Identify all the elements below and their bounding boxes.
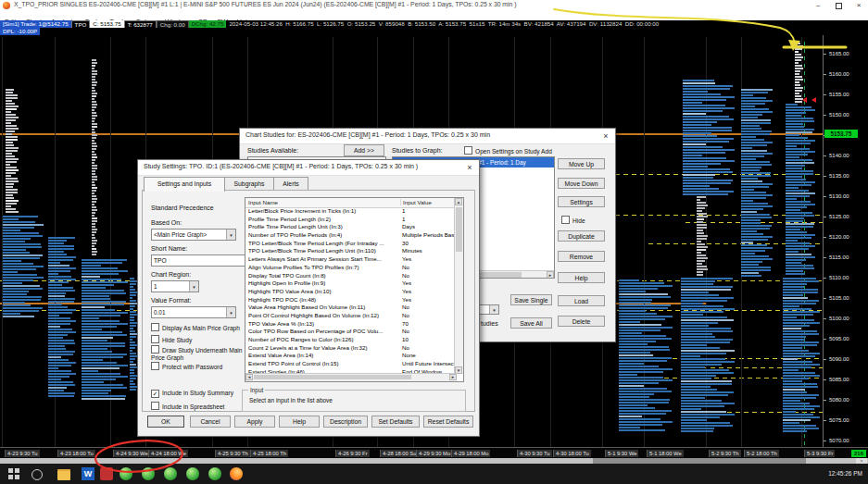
scroll-right-icon[interactable]: ► xyxy=(547,271,554,279)
input-row[interactable]: Number of TPO Profile Periods (In:4)Mult… xyxy=(245,231,455,240)
draw-underneath-checkbox[interactable]: Draw Study Underneath Main Price Graph xyxy=(151,345,255,362)
checkbox-box[interactable] xyxy=(151,402,159,410)
chevron-down-icon[interactable]: ▼ xyxy=(489,305,498,314)
input-row[interactable]: Extend TPO Point of Control (In:15)Until… xyxy=(245,360,455,368)
inputs-table[interactable]: Input Name Input Value Letter/Block Pric… xyxy=(245,197,464,382)
chart-studies-titlebar[interactable]: Chart Studies for: ES-202406-CME [CB][M]… xyxy=(240,129,615,144)
checkbox-box[interactable] xyxy=(151,345,159,354)
input-group-hint: Select an input in the list above xyxy=(249,397,333,403)
scroll-up-icon[interactable]: ▲ xyxy=(455,198,462,205)
input-value-header[interactable]: Input Value xyxy=(400,199,432,205)
chevron-down-icon[interactable]: ▼ xyxy=(189,281,198,292)
delete-button[interactable]: Delete xyxy=(558,316,605,327)
checkbox-box[interactable] xyxy=(151,362,159,370)
add-study-button[interactable]: Add >> xyxy=(344,144,384,156)
checkbox-box[interactable] xyxy=(151,323,159,331)
reset-defaults-button[interactable]: Reset Defaults xyxy=(423,416,473,428)
ok-button[interactable]: OK xyxy=(147,416,184,428)
input-name-header[interactable]: Input Name xyxy=(248,199,278,205)
checkbox-check-icon[interactable]: ✓ xyxy=(151,390,159,398)
start-button-icon[interactable] xyxy=(7,467,20,480)
input-row[interactable]: Point Of Control Highlight Based On Volu… xyxy=(245,312,455,320)
price-axis[interactable]: 5170.005165.005160.005155.005150.005145.… xyxy=(823,34,868,447)
input-row[interactable]: Highlight TPO Value Area (In:10)Yes xyxy=(245,288,455,296)
chevron-down-icon[interactable]: ▼ xyxy=(226,307,235,317)
input-row[interactable]: Number of POC Ranges to Color (In:126)10 xyxy=(245,336,455,344)
tab-alerts[interactable]: Alerts xyxy=(273,177,308,191)
chevron-down-icon[interactable]: ▼ xyxy=(226,230,235,240)
sierra-chart-icon[interactable] xyxy=(142,467,155,480)
input-row[interactable]: Letters Always Start At Primary Session … xyxy=(245,255,455,264)
sierra-chart-icon[interactable] xyxy=(208,467,221,480)
file-explorer-icon[interactable] xyxy=(57,469,70,480)
load-button[interactable]: Load xyxy=(558,295,605,306)
settings-button[interactable]: Settings xyxy=(558,196,605,207)
description-button[interactable]: Description xyxy=(323,416,368,428)
hide-study-checkbox[interactable]: Hide Study xyxy=(151,335,192,343)
close-icon[interactable]: × xyxy=(599,130,612,142)
app-icon-red[interactable] xyxy=(100,467,113,480)
sierra-chart-icon[interactable] xyxy=(164,467,177,480)
input-row[interactable]: Extend Value Area (In:14)None xyxy=(245,352,455,360)
input-row[interactable]: Highlight Open In Profile (In:9)Yes xyxy=(245,279,455,288)
checkbox-box[interactable] xyxy=(151,335,159,343)
scrollbar-thumb[interactable] xyxy=(456,207,462,252)
include-spreadsheet-checkbox[interactable]: Include in Spreadsheet xyxy=(151,402,224,410)
based-on-combo[interactable]: <Main Price Graph> ▼ xyxy=(151,229,236,241)
value-format-combo[interactable]: 0.01 ▼ xyxy=(151,306,236,318)
inputs-table-body[interactable]: Letter/Block Price Increment in Ticks (I… xyxy=(245,207,455,374)
include-summary-checkbox[interactable]: ✓Include in Study Summary xyxy=(151,390,233,398)
close-button[interactable]: × xyxy=(851,0,866,10)
input-row[interactable]: Highlight TPO POC (In:48)Yes xyxy=(245,296,455,304)
taskbar[interactable]: W 12:45:26 PM xyxy=(0,464,868,484)
input-row[interactable]: Color TPO Row Based on Percentage of POC… xyxy=(245,328,455,336)
time-axis-label: 5-1 9:30 We xyxy=(605,450,638,457)
input-row[interactable]: Display Total TPO Count (In:8)No xyxy=(245,272,455,280)
tab-subgraphs[interactable]: Subgraphs xyxy=(224,177,274,191)
remove-button[interactable]: Remove xyxy=(558,251,605,262)
help-button[interactable]: Help xyxy=(558,272,605,283)
set-defaults-button[interactable]: Set Defaults xyxy=(371,416,420,428)
save-all-button[interactable]: Save All xyxy=(510,317,552,329)
minimize-button[interactable]: – xyxy=(811,0,825,10)
scroll-left-icon[interactable]: ◄ xyxy=(245,374,253,380)
search-icon[interactable] xyxy=(31,469,43,480)
word-icon[interactable]: W xyxy=(82,467,94,480)
taskbar-clock[interactable]: 12:45:26 PM xyxy=(828,470,862,477)
save-single-button[interactable]: Save Single xyxy=(510,294,552,305)
input-row[interactable]: TPO Value Area % (In:13)70 xyxy=(245,320,455,329)
tab-settings-and-inputs[interactable]: Settings and Inputs xyxy=(144,177,225,192)
protect-password-checkbox[interactable]: Protect with Password xyxy=(151,362,222,370)
display-as-main-checkbox[interactable]: Display As Main Price Graph xyxy=(151,323,240,331)
input-row[interactable]: Count 2 Levels at a Time for Value Area … xyxy=(245,344,455,353)
input-row[interactable]: TPO Letter/Block Time Period Length Unit… xyxy=(245,247,455,255)
maximize-button[interactable] xyxy=(831,0,846,10)
scroll-right-icon[interactable]: ► xyxy=(449,374,457,380)
table-vertical-scrollbar[interactable]: ▲ ▼ xyxy=(454,198,463,374)
help-button[interactable]: Help xyxy=(279,416,320,428)
input-row[interactable]: Profile Time Period Length Unit (In:3)Da… xyxy=(245,223,455,231)
input-row[interactable]: TPO Letter/Block Time Period Length (For… xyxy=(245,240,455,248)
input-row[interactable]: Letter/Block Price Increment in Ticks (I… xyxy=(245,207,455,216)
input-row[interactable]: Align Volume Profiles To TPO Profiles (I… xyxy=(245,264,455,272)
input-row[interactable]: Profile Time Period Length (In:2)1 xyxy=(245,216,455,224)
checkbox-box[interactable] xyxy=(561,216,570,224)
chart-region-combo[interactable]: 1 ▼ xyxy=(151,280,199,292)
move-down-button[interactable]: Move Down xyxy=(558,178,605,189)
open-settings-on-add-checkbox[interactable]: Open Settings on Study Add xyxy=(464,146,552,155)
close-icon[interactable]: × xyxy=(463,162,476,173)
scrollbar-thumb[interactable] xyxy=(254,375,411,379)
table-horizontal-scrollbar[interactable]: ◄ ► xyxy=(245,373,457,381)
cancel-button[interactable]: Cancel xyxy=(190,416,231,428)
hide-study-checkbox[interactable]: Hide xyxy=(561,216,585,224)
move-up-button[interactable]: Move Up xyxy=(558,158,605,169)
sierra-chart-icon[interactable] xyxy=(120,467,132,480)
duplicate-button[interactable]: Duplicate xyxy=(558,230,605,242)
sierra-chart-icon[interactable] xyxy=(186,467,199,480)
apply-button[interactable]: Apply xyxy=(234,416,275,428)
tpo-profile xyxy=(6,89,19,214)
input-row[interactable]: Value Area Highlight Based On Volume (In… xyxy=(245,304,455,312)
checkbox-box[interactable] xyxy=(464,146,472,155)
firefox-icon[interactable] xyxy=(230,467,243,480)
study-settings-titlebar[interactable]: Study Settings: TPO. ID:1 (ES-202406-CME… xyxy=(138,160,479,176)
